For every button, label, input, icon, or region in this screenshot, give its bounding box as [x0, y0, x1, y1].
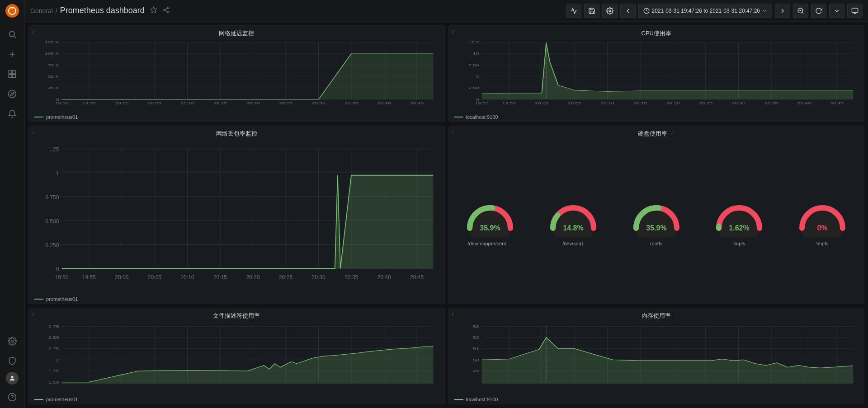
svg-text:2.75: 2.75 [48, 324, 59, 328]
svg-text:0.750: 0.750 [45, 194, 59, 201]
svg-text:20:25: 20:25 [698, 102, 712, 105]
user-avatar[interactable] [6, 372, 19, 385]
sidebar-item-dashboards[interactable] [3, 65, 21, 83]
sidebar-item-configuration[interactable] [3, 332, 21, 350]
gauge-item-5: 0% tmpfs [795, 201, 849, 246]
svg-text:20:05: 20:05 [148, 102, 161, 105]
gauge-item-4: 1.62% tmpfs [712, 201, 766, 246]
gauge-svg-2: 14.8% [546, 201, 600, 237]
network-latency-legend: prometheus01 [34, 114, 78, 120]
grafana-logo[interactable] [5, 4, 19, 18]
share-button[interactable] [163, 6, 170, 15]
disk-title: 硬盘使用率 [638, 130, 667, 138]
panel-info-mem: i [453, 312, 453, 317]
file-descriptor-panel: i 文件描述符使用率 2.75 [28, 308, 445, 404]
svg-text:20:35: 20:35 [764, 102, 778, 105]
sidebar-item-help[interactable] [3, 388, 21, 406]
svg-text:25 K: 25 K [48, 86, 60, 89]
chart-button[interactable] [566, 4, 581, 18]
svg-text:1.25: 1.25 [48, 146, 59, 153]
gauge-label-5: tmpfs [816, 241, 829, 246]
svg-text:2: 2 [56, 358, 59, 362]
svg-text:7.50: 7.50 [468, 64, 478, 67]
gauge-item-3: 35.9% rootfs [629, 201, 684, 246]
panel-info-disk: i [453, 130, 453, 135]
breadcrumb-general[interactable]: General [30, 7, 53, 14]
svg-rect-8 [13, 71, 16, 74]
svg-text:35.9%: 35.9% [646, 224, 666, 232]
svg-text:0%: 0% [817, 224, 828, 232]
svg-marker-173 [62, 346, 434, 383]
memory-legend: localhost:9100 [454, 397, 498, 402]
page-title: Prometheus dashboard [60, 6, 145, 15]
network-latency-chart: 125 K 100 K 75 K 50 K 25 K 0 19:50 19:55… [29, 37, 444, 111]
panel-info-pl: i [33, 130, 33, 135]
svg-point-20 [167, 11, 169, 13]
svg-text:20:30: 20:30 [311, 102, 325, 105]
refresh-interval-button[interactable] [829, 4, 844, 18]
breadcrumb-separator: / [56, 7, 57, 14]
svg-text:0: 0 [56, 98, 59, 101]
settings-button[interactable] [602, 4, 618, 18]
svg-text:19:50: 19:50 [475, 102, 488, 105]
network-latency-svg: 125 K 100 K 75 K 50 K 25 K 0 19:50 19:55… [29, 37, 444, 111]
packet-loss-legend: prometheus01 [34, 296, 78, 302]
svg-text:20:30: 20:30 [731, 102, 745, 105]
sidebar-item-create[interactable] [3, 45, 21, 63]
main-content: i 网络延迟监控 [25, 22, 868, 408]
star-button[interactable] [150, 6, 157, 15]
svg-text:75 K: 75 K [48, 64, 60, 67]
svg-text:14.8%: 14.8% [563, 224, 583, 232]
file-descriptor-svg: 2.75 2.50 2.25 2 1.75 1.50 [29, 319, 444, 393]
svg-text:20:05: 20:05 [567, 102, 581, 105]
svg-text:10: 10 [473, 52, 479, 56]
prev-time-button[interactable] [620, 4, 636, 18]
time-range-picker[interactable]: 2021-03-31 19:47:26 to 2021-03-31 20:47:… [638, 4, 772, 18]
gauge-svg-5: 0% [795, 201, 849, 237]
disk-title-dropdown[interactable]: 硬盘使用率 [638, 130, 675, 138]
svg-text:20:25: 20:25 [279, 102, 292, 105]
sidebar-item-explore[interactable] [3, 85, 21, 103]
network-latency-panel: i 网络延迟监控 [28, 25, 445, 122]
svg-text:2.50: 2.50 [468, 86, 478, 89]
svg-point-2 [11, 7, 13, 9]
svg-point-23 [609, 10, 611, 12]
svg-point-0 [5, 4, 19, 18]
legend-line-mem [454, 399, 463, 400]
file-descriptor-chart: 2.75 2.50 2.25 2 1.75 1.50 [29, 319, 444, 393]
svg-rect-28 [852, 8, 858, 12]
next-time-button[interactable] [775, 4, 790, 18]
svg-text:0.250: 0.250 [45, 242, 59, 249]
legend-line-1 [34, 117, 43, 117]
svg-text:20:15: 20:15 [633, 102, 646, 105]
svg-text:19:55: 19:55 [82, 274, 96, 281]
memory-panel: i 内存使用率 53 52 [448, 308, 865, 404]
svg-point-3 [9, 31, 14, 37]
memory-svg: 53 52 51 50 49 [449, 319, 864, 393]
zoom-out-button[interactable] [793, 4, 808, 18]
file-descriptor-legend: prometheus01 [34, 397, 78, 402]
svg-text:0.500: 0.500 [45, 218, 59, 225]
sidebar-item-shield[interactable] [3, 352, 21, 370]
svg-text:20:20: 20:20 [666, 102, 679, 105]
svg-text:2.25: 2.25 [48, 347, 59, 351]
svg-line-22 [165, 8, 168, 9]
legend-label-pl: prometheus01 [46, 296, 78, 302]
tv-mode-button[interactable] [847, 4, 863, 18]
svg-text:19:50: 19:50 [55, 274, 68, 281]
sidebar-item-alerting[interactable] [3, 105, 21, 123]
topbar-right: 2021-03-31 19:47:26 to 2021-03-31 20:47:… [566, 4, 863, 18]
svg-line-21 [165, 10, 168, 12]
svg-text:49: 49 [473, 369, 479, 373]
packet-loss-svg: 1.25 1 0.750 0.500 0.250 0 19:50 19:55 2… [29, 137, 444, 292]
refresh-button[interactable] [811, 4, 826, 18]
svg-text:52: 52 [473, 336, 479, 340]
save-button[interactable] [584, 4, 599, 18]
panel-info-fd: i [33, 312, 33, 317]
legend-line-cpu [454, 117, 463, 117]
svg-marker-139 [62, 175, 434, 269]
svg-text:20:10: 20:10 [180, 102, 194, 105]
sidebar-item-search[interactable] [3, 25, 21, 43]
gauge-svg-1: 35.9% [463, 201, 517, 237]
svg-text:20:45: 20:45 [410, 102, 424, 105]
